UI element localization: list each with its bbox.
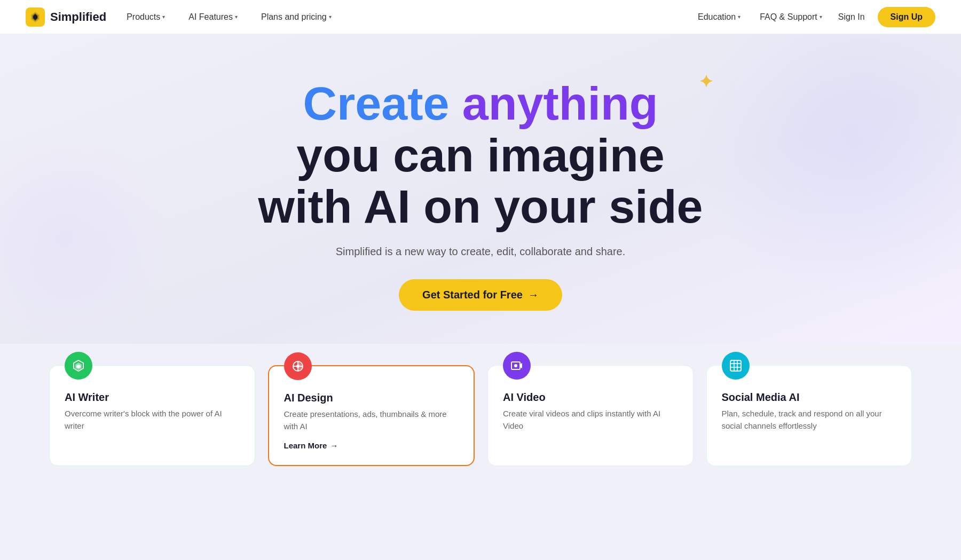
hero-subtitle: Simplified is a new way to create, edit,… bbox=[336, 246, 626, 258]
nav-faq-label: FAQ & Support bbox=[760, 12, 817, 22]
ai-video-icon-wrap bbox=[503, 352, 531, 380]
svg-rect-11 bbox=[730, 360, 741, 371]
cta-arrow-icon: → bbox=[528, 289, 539, 301]
signup-button[interactable]: Sign Up bbox=[878, 7, 935, 27]
card-ai-video-desc: Create viral videos and clips instantly … bbox=[503, 408, 678, 432]
chevron-down-icon: ▾ bbox=[235, 14, 238, 20]
svg-point-10 bbox=[514, 364, 517, 367]
nav-products-label: Products bbox=[127, 12, 160, 22]
nav-ai-features[interactable]: AI Features ▾ bbox=[185, 10, 241, 24]
signin-button[interactable]: Sign In bbox=[838, 12, 865, 22]
card-ai-design: AI Design Create presentations, ads, thu… bbox=[268, 365, 475, 466]
card-ai-video-title: AI Video bbox=[503, 391, 678, 404]
social-media-icon bbox=[729, 359, 743, 373]
cta-get-started-button[interactable]: Get Started for Free → bbox=[399, 279, 562, 311]
learn-more-label: Learn More bbox=[284, 441, 327, 450]
nav-plans-label: Plans and pricing bbox=[261, 12, 327, 22]
ai-video-icon bbox=[510, 359, 524, 373]
product-cards-section: AI Writer Overcome writer's block with t… bbox=[0, 365, 961, 466]
card-ai-writer-desc: Overcome writer's block with the power o… bbox=[65, 408, 240, 432]
ai-design-icon bbox=[291, 359, 305, 373]
card-ai-design-title: AI Design bbox=[284, 392, 459, 404]
bg-decoration-2 bbox=[0, 130, 171, 344]
navbar: Simplified Products ▾ AI Features ▾ Plan… bbox=[0, 0, 961, 34]
nav-education-label: Education bbox=[698, 12, 736, 22]
nav-faq[interactable]: FAQ & Support ▾ bbox=[757, 10, 825, 24]
chevron-down-icon: ▾ bbox=[162, 14, 165, 20]
hero-section: Create anything✦ you can imagine with AI… bbox=[0, 34, 961, 344]
hero-title-line3: with AI on your side bbox=[258, 180, 703, 233]
chevron-down-icon: ▾ bbox=[738, 14, 741, 20]
nav-plans[interactable]: Plans and pricing ▾ bbox=[258, 10, 335, 24]
ai-writer-icon bbox=[72, 359, 85, 373]
chevron-down-icon: ▾ bbox=[329, 14, 332, 20]
card-ai-video: AI Video Create viral videos and clips i… bbox=[487, 365, 694, 466]
nav-right: Education ▾ FAQ & Support ▾ Sign In Sign… bbox=[695, 7, 935, 27]
learn-more-arrow-icon: → bbox=[330, 441, 338, 450]
hero-title-line2: you can imagine bbox=[296, 129, 665, 182]
nav-left: Simplified Products ▾ AI Features ▾ Plan… bbox=[26, 7, 335, 27]
logo-icon bbox=[26, 7, 45, 27]
nav-products[interactable]: Products ▾ bbox=[123, 10, 168, 24]
cta-label: Get Started for Free bbox=[422, 289, 523, 301]
card-ai-design-desc: Create presentations, ads, thumbnails & … bbox=[284, 408, 459, 432]
bg-decoration-1 bbox=[694, 0, 961, 301]
social-media-icon-wrap bbox=[722, 352, 750, 380]
card-ai-writer-title: AI Writer bbox=[65, 391, 240, 404]
card-social-media: Social Media AI Plan, schedule, track an… bbox=[706, 365, 912, 466]
card-ai-design-learn-more[interactable]: Learn More → bbox=[284, 441, 459, 450]
logo[interactable]: Simplified bbox=[26, 7, 106, 27]
brand-name: Simplified bbox=[50, 10, 106, 24]
nav-education[interactable]: Education ▾ bbox=[695, 10, 744, 24]
chevron-down-icon: ▾ bbox=[820, 14, 822, 20]
sparkle-icon: ✦ bbox=[699, 73, 713, 91]
svg-point-7 bbox=[296, 365, 300, 368]
card-social-media-title: Social Media AI bbox=[722, 391, 897, 404]
card-social-media-desc: Plan, schedule, track and respond on all… bbox=[722, 408, 897, 432]
hero-title: Create anything✦ you can imagine with AI… bbox=[258, 78, 703, 233]
nav-ai-features-label: AI Features bbox=[188, 12, 233, 22]
ai-writer-icon-wrap bbox=[65, 352, 92, 380]
hero-title-anything: anything bbox=[462, 77, 658, 130]
card-ai-writer: AI Writer Overcome writer's block with t… bbox=[49, 365, 255, 466]
ai-design-icon-wrap bbox=[284, 352, 312, 380]
hero-title-create: Create bbox=[303, 77, 462, 130]
